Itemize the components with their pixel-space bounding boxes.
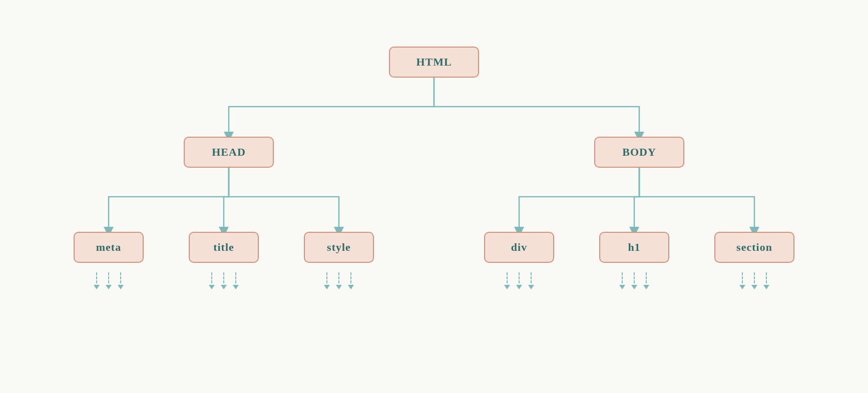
node-style: style [304, 232, 374, 263]
meta-children-indicator [94, 272, 124, 289]
node-div-label: div [511, 241, 527, 254]
style-children-indicator [324, 272, 354, 289]
node-section-label: section [736, 241, 772, 254]
node-title: title [189, 232, 259, 263]
node-body: BODY [594, 137, 684, 168]
node-style-label: style [327, 241, 351, 254]
node-body-label: BODY [622, 146, 656, 159]
node-h1-label: h1 [628, 241, 640, 254]
node-section: section [714, 232, 794, 263]
node-h1: h1 [599, 232, 669, 263]
tree-diagram: HTML HEAD BODY meta title style d [34, 17, 834, 377]
section-children-indicator [739, 272, 769, 289]
node-head-label: HEAD [212, 146, 246, 159]
node-head: HEAD [184, 137, 274, 168]
div-children-indicator [504, 272, 534, 289]
h1-children-indicator [619, 272, 649, 289]
node-html-label: HTML [416, 56, 452, 69]
node-title-label: title [213, 241, 234, 254]
node-div: div [484, 232, 554, 263]
node-meta-label: meta [96, 241, 121, 254]
title-children-indicator [209, 272, 239, 289]
node-meta: meta [74, 232, 144, 263]
node-html: HTML [389, 47, 479, 78]
